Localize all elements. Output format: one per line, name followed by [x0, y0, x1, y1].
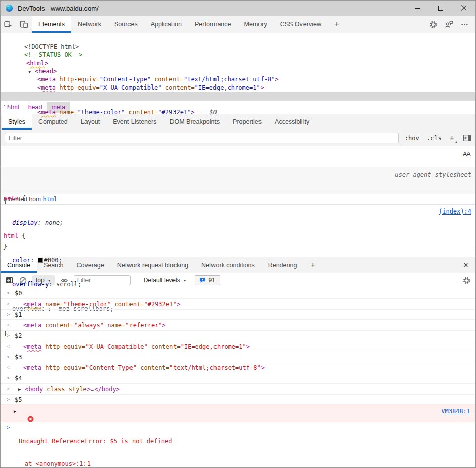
error-text-line1: Uncaught ReferenceError: $5 is not defin… [19, 438, 471, 445]
node-more-actions-icon[interactable]: ... [3, 100, 14, 108]
add-panel-button[interactable]: + [328, 16, 346, 33]
output-chevron-icon: < [7, 301, 10, 307]
toggle-cls-button[interactable]: .cls [425, 134, 443, 143]
tab-event-listeners[interactable]: Event Listeners [106, 114, 163, 130]
tab-properties[interactable]: Properties [226, 114, 268, 130]
close-icon [461, 5, 467, 11]
tab-layout[interactable]: Layout [74, 114, 107, 130]
rule-meta-user-agent[interactable]: user agent stylesheet meta { display: no… [1, 167, 475, 194]
tab-css-overview[interactable]: CSS Overview [274, 16, 328, 33]
console-input-4[interactable]: >$4 [1, 373, 475, 384]
tab-application[interactable]: Application [144, 16, 188, 33]
dom-node-comment[interactable]: <!--STATUS OK--> [1, 42, 475, 51]
main-tabbar: Elements Network Sources Application Per… [1, 16, 475, 33]
styles-filter-input[interactable] [5, 133, 399, 143]
expand-object-arrow-icon[interactable]: ▶ [18, 387, 21, 392]
dom-node-meta-theme-color-selected[interactable]: ... <meta name="theme-color" content="#2… [1, 92, 475, 100]
input-chevron-icon: > [7, 312, 10, 317]
window-controls [406, 1, 475, 16]
dollar-zero-hint: == $0 [199, 109, 217, 116]
tab-accessibility[interactable]: Accessibility [268, 114, 316, 130]
feedback-icon[interactable] [441, 20, 457, 29]
dom-node-meta-content-type[interactable]: <meta http-equiv="Content-Type" content=… [1, 67, 475, 75]
console-error-message[interactable]: ▶ Uncaught ReferenceError: $5 is not def… [1, 405, 475, 422]
input-chevron-icon: > [7, 397, 10, 402]
output-chevron-icon: < [7, 344, 10, 349]
maximize-button[interactable] [429, 1, 452, 16]
tab-memory[interactable]: Memory [238, 16, 274, 33]
console-messages: >$0 <<meta name="theme-color" content="#… [1, 288, 475, 433]
tab-network[interactable]: Network [71, 16, 108, 33]
dom-node-meta-referrer[interactable]: <meta content="always" name="referrer"> [1, 83, 475, 92]
device-toolbar-icon[interactable] [16, 16, 32, 33]
close-button[interactable] [452, 1, 475, 16]
input-chevron-icon: > [7, 333, 10, 338]
dom-node-html[interactable]: <html> [1, 51, 475, 59]
console-input-2[interactable]: >$2 [1, 331, 475, 341]
more-options-icon[interactable] [457, 20, 472, 29]
input-chevron-icon: > [7, 290, 10, 296]
console-output-3[interactable]: <<meta http-equiv="Content-Type" content… [1, 362, 475, 373]
stylesheet-source-link[interactable]: (index):4 [439, 207, 471, 216]
stylesheet-origin-label: user agent stylesheet [395, 171, 471, 179]
edge-logo-icon [5, 4, 13, 12]
console-prompt[interactable]: > [1, 422, 475, 433]
elements-tree-panel: <!DOCTYPE html> <!--STATUS OK--> <html> … [1, 33, 475, 100]
maximize-icon [438, 6, 443, 11]
tab-elements[interactable]: Elements [32, 16, 71, 33]
console-output-4[interactable]: <▶<body class style>…</body> [1, 384, 475, 395]
input-chevron-icon: > [7, 375, 10, 381]
tab-sources[interactable]: Sources [108, 16, 144, 33]
titlebar: DevTools - www.baidu.com/ [1, 1, 475, 16]
console-input-3[interactable]: >$3 [1, 352, 475, 362]
tab-performance[interactable]: Performance [188, 16, 238, 33]
toggle-hov-button[interactable]: :hov [403, 134, 421, 143]
rule-html-index[interactable]: (index):4 html { color: #000; overflow-y… [1, 205, 475, 250]
new-style-rule-button[interactable]: + [448, 134, 458, 143]
styles-pane: AA element.style { } user agent styleshe… [1, 146, 475, 257]
rule-element-style[interactable]: AA element.style { } [1, 146, 475, 167]
settings-gear-icon[interactable] [425, 20, 441, 29]
dom-node-doctype[interactable]: <!DOCTYPE html> [1, 34, 475, 42]
dom-node-head[interactable]: ▼<head> [1, 59, 475, 67]
styles-filter-bar: :hov .cls + [1, 130, 475, 146]
minimize-icon [415, 8, 420, 9]
prompt-chevron-icon: > [7, 424, 10, 431]
computed-sidebar-toggle-icon[interactable] [463, 134, 471, 142]
output-chevron-icon: < [7, 386, 10, 392]
expand-error-arrow-icon[interactable]: ▶ [14, 408, 16, 415]
error-source-link[interactable]: VM3848:1 [441, 408, 470, 415]
inspect-element-icon[interactable] [1, 16, 16, 33]
window-title: DevTools - www.baidu.com/ [18, 5, 99, 12]
console-input-1[interactable]: >$1 [1, 310, 475, 320]
font-editor-icon[interactable]: AA [463, 150, 470, 158]
color-swatch[interactable] [38, 258, 43, 263]
dom-node-meta-xua[interactable]: <meta http-equiv="X-UA-Compatible" conte… [1, 75, 475, 83]
console-input-0[interactable]: >$0 [1, 288, 475, 299]
console-output-2[interactable]: <<meta http-equiv="X-UA-Compatible" cont… [1, 341, 475, 352]
output-chevron-icon: < [7, 322, 10, 328]
console-input-5[interactable]: >$5 [1, 395, 475, 405]
input-chevron-icon: > [7, 354, 10, 360]
tab-dom-breakpoints[interactable]: DOM Breakpoints [163, 114, 226, 130]
error-text-line2: at <anonymous>:1:1 [19, 460, 471, 468]
minimize-button[interactable] [406, 1, 429, 16]
tab-computed[interactable]: Computed [32, 114, 74, 130]
console-output-1[interactable]: <<meta content="always" name="referrer"> [1, 320, 475, 331]
console-output-0[interactable]: <<meta name="theme-color" content="#2932… [1, 299, 475, 310]
output-chevron-icon: < [7, 365, 10, 370]
